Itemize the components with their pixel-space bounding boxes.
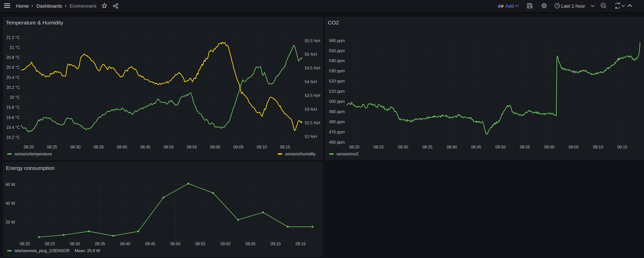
svg-text:20 W: 20 W [6, 220, 15, 224]
svg-text:19.6 °C: 19.6 °C [6, 115, 20, 120]
svg-text:52.5 %H: 52.5 %H [305, 121, 320, 125]
svg-text:09:15: 09:15 [617, 145, 627, 149]
svg-text:550 ppm: 550 ppm [329, 49, 345, 53]
svg-text:09:10: 09:10 [257, 145, 267, 149]
svg-text:510 ppm: 510 ppm [329, 89, 345, 93]
svg-text:09:10: 09:10 [271, 242, 281, 246]
svg-text:08:30: 08:30 [70, 242, 80, 246]
svg-text:490 ppm: 490 ppm [329, 110, 345, 114]
svg-text:09:00: 09:00 [544, 145, 554, 149]
svg-text:08:20: 08:20 [349, 145, 359, 149]
svg-text:21.2 °C: 21.2 °C [6, 35, 20, 40]
svg-text:08:35: 08:35 [422, 145, 433, 149]
svg-text:480 ppm: 480 ppm [329, 120, 345, 124]
svg-text:20.6 °C: 20.6 °C [6, 65, 20, 70]
svg-text:40 W: 40 W [6, 201, 15, 206]
svg-text:08:20: 08:20 [24, 145, 34, 149]
svg-text:08:50: 08:50 [495, 145, 506, 149]
svg-text:08:50: 08:50 [164, 145, 174, 149]
svg-text:08:25: 08:25 [374, 145, 384, 149]
svg-text:60 W: 60 W [6, 182, 15, 187]
svg-text:08:45: 08:45 [140, 145, 150, 149]
svg-text:55.5 %H: 55.5 %H [305, 39, 320, 43]
svg-text:09:05: 09:05 [233, 145, 244, 149]
svg-text:08:30: 08:30 [70, 145, 81, 149]
svg-text:09:15: 09:15 [280, 145, 290, 149]
svg-text:20.8 °C: 20.8 °C [6, 55, 20, 60]
svg-text:54 %H: 54 %H [305, 80, 317, 84]
svg-text:560 ppm: 560 ppm [329, 38, 345, 43]
svg-text:08:45: 08:45 [471, 145, 481, 149]
svg-text:08:45: 08:45 [145, 242, 155, 246]
svg-text:08:25: 08:25 [45, 242, 55, 246]
svg-text:520 ppm: 520 ppm [329, 79, 345, 83]
svg-text:21 °C: 21 °C [10, 45, 20, 50]
svg-text:19.2 °C: 19.2 °C [6, 135, 20, 140]
svg-text:08:55: 08:55 [520, 145, 530, 149]
svg-text:09:10: 09:10 [593, 145, 603, 149]
svg-text:20.2 °C: 20.2 °C [6, 85, 20, 90]
svg-text:55 %H: 55 %H [305, 52, 317, 57]
svg-text:52 %H: 52 %H [305, 134, 317, 139]
svg-text:08:30: 08:30 [398, 145, 408, 149]
svg-text:54.5 %H: 54.5 %H [305, 66, 320, 70]
svg-text:53.5 %H: 53.5 %H [305, 93, 320, 98]
svg-text:08:35: 08:35 [95, 242, 105, 246]
svg-text:470 ppm: 470 ppm [329, 130, 345, 134]
svg-text:20 °C: 20 °C [10, 95, 20, 100]
svg-text:09:05: 09:05 [245, 242, 256, 246]
svg-text:08:40: 08:40 [120, 242, 130, 246]
svg-text:08:25: 08:25 [47, 145, 57, 149]
svg-text:08:35: 08:35 [93, 145, 104, 149]
svg-text:09:15: 09:15 [296, 242, 306, 246]
svg-text:08:40: 08:40 [117, 145, 127, 149]
svg-text:500 ppm: 500 ppm [329, 99, 345, 104]
svg-text:08:20: 08:20 [20, 242, 30, 246]
svg-text:460 ppm: 460 ppm [329, 140, 345, 144]
svg-text:540 ppm: 540 ppm [329, 59, 345, 63]
svg-text:09:05: 09:05 [569, 145, 579, 149]
svg-text:08:55: 08:55 [195, 242, 205, 246]
svg-text:08:50: 08:50 [170, 242, 180, 246]
svg-text:09:00: 09:00 [220, 242, 231, 246]
svg-text:20.4 °C: 20.4 °C [6, 75, 20, 80]
svg-text:08:55: 08:55 [187, 145, 197, 149]
svg-text:19.4 °C: 19.4 °C [6, 125, 20, 130]
svg-text:08:40: 08:40 [447, 145, 457, 149]
svg-text:530 ppm: 530 ppm [329, 69, 345, 73]
svg-text:53 %H: 53 %H [305, 107, 317, 112]
svg-text:09:00: 09:00 [210, 145, 220, 149]
svg-text:19.8 °C: 19.8 °C [6, 105, 20, 110]
